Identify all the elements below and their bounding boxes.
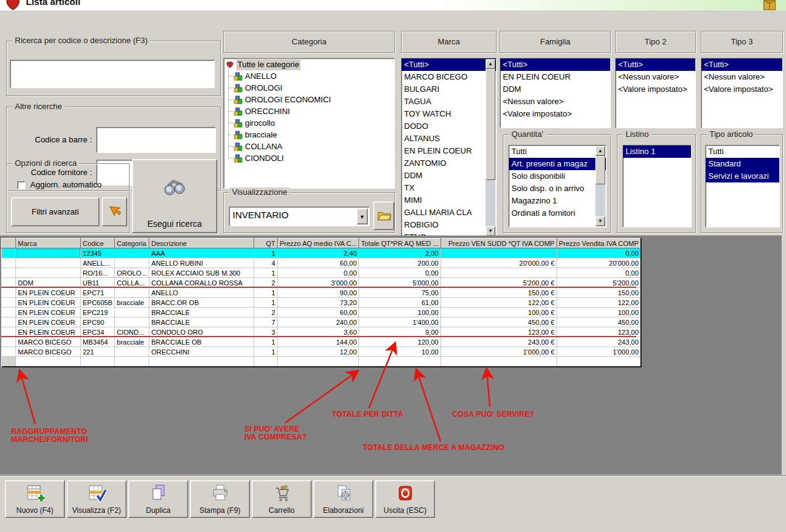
list-item[interactable]: Solo disponibili <box>509 170 606 182</box>
table-cell[interactable]: MARCO BICEGO <box>16 337 81 347</box>
table-cell[interactable]: 0,00 <box>556 248 641 258</box>
column-header[interactable]: Prezzo VEN SUDD *QT IVA COMP <box>441 239 556 248</box>
column-header[interactable]: Descrizione <box>149 239 254 248</box>
table-cell[interactable] <box>441 248 556 258</box>
table-cell[interactable]: 1'000,00 € <box>441 347 556 357</box>
table-cell[interactable]: 0,00 <box>278 268 359 278</box>
table-cell[interactable]: 90,00 <box>278 288 359 298</box>
list-item[interactable]: TOY WATCH <box>402 108 496 120</box>
table-cell[interactable]: BRACC.OR OB <box>149 298 254 308</box>
table-cell[interactable]: 1 <box>254 298 278 308</box>
scroll-thumb[interactable] <box>486 69 495 180</box>
table-cell[interactable]: 20'000,00 € <box>441 258 556 268</box>
table-cell[interactable]: 12345 <box>81 248 115 258</box>
list-item[interactable]: Magazzino 1 <box>509 195 606 207</box>
table-cell[interactable]: 10,00 <box>359 347 441 357</box>
list-item[interactable]: DODO <box>402 120 496 133</box>
list-item[interactable]: <Nessun valore> <box>701 71 782 83</box>
combo-dropdown-icon[interactable]: ▼ <box>357 208 368 224</box>
table-row[interactable]: MARCO BICEGOMB3454braccialeBRACCIALE OB1… <box>2 337 642 347</box>
categoria-tree-item[interactable]: ORECCHINI <box>224 105 394 117</box>
stampa-button[interactable]: Stampa (F9) <box>190 480 250 518</box>
table-cell[interactable]: 1 <box>254 347 278 357</box>
package-icon[interactable] <box>761 0 779 10</box>
table-cell[interactable]: 7 <box>254 317 278 327</box>
list-item[interactable]: GALLI MARIA CLA <box>402 207 496 219</box>
column-header[interactable]: Marca <box>16 239 81 248</box>
column-header[interactable]: QT <box>254 239 278 248</box>
table-cell[interactable] <box>16 248 81 258</box>
list-item[interactable]: EN PLEIN COEUR <box>402 145 496 157</box>
table-cell[interactable]: 144,00 <box>278 337 359 347</box>
table-cell[interactable]: 150,00 <box>556 288 641 298</box>
row-selector[interactable] <box>2 317 16 327</box>
marca-scrollbar[interactable]: ▲ ▼ <box>486 59 495 236</box>
table-cell[interactable]: EPC605B <box>81 298 115 308</box>
table-cell[interactable]: 20'000,00 <box>556 258 641 268</box>
carrello-button[interactable]: Carrello <box>252 480 312 518</box>
list-item[interactable]: Ordinati a fornitori <box>509 207 606 219</box>
list-item[interactable]: DDM <box>500 83 610 96</box>
table-cell[interactable]: ORECCHINI <box>149 347 254 357</box>
quantita-scrollbar[interactable]: ▲ ▼ <box>595 146 605 226</box>
list-item[interactable]: ROBIGIO <box>402 219 496 231</box>
table-cell[interactable]: 61,00 <box>359 298 441 308</box>
table-row[interactable]: EN PLEIN COEUREPC90BRACCIALE7240,001'400… <box>2 317 642 327</box>
table-cell[interactable]: 243,00 <box>556 337 641 347</box>
table-cell[interactable]: EN PLEIN COEUR <box>16 317 81 327</box>
row-selector[interactable] <box>2 337 16 347</box>
advanced-filters-button[interactable]: Filtri avanzati <box>11 197 99 226</box>
categoria-tree-item[interactable]: bracciale <box>224 129 394 141</box>
list-item[interactable]: <Tutti> <box>701 59 782 71</box>
table-cell[interactable]: 75,00 <box>359 288 441 298</box>
advanced-filters-arrow-button[interactable] <box>102 197 127 226</box>
table-cell[interactable]: 0,00 <box>359 268 441 278</box>
table-cell[interactable]: 4 <box>254 258 278 268</box>
table-cell[interactable]: MB3454 <box>81 337 115 347</box>
table-row[interactable]: RO/16...OROLO...ROLEX ACCIAIO SUB M.3001… <box>2 268 642 278</box>
categoria-tree-root[interactable]: Tutte le categorie <box>224 59 394 70</box>
column-header[interactable]: Prezzo Vendita IVA COMP <box>556 239 641 248</box>
row-selector[interactable] <box>2 268 16 278</box>
list-item[interactable]: <Tutti> <box>616 59 695 71</box>
uscita-button[interactable]: Uscita (ESC) <box>375 480 435 518</box>
table-cell[interactable]: 12,00 <box>278 347 359 357</box>
table-cell[interactable]: 122,00 € <box>441 298 556 308</box>
scroll-down-icon[interactable]: ▼ <box>486 226 495 236</box>
table-cell[interactable] <box>115 308 149 317</box>
table-cell[interactable] <box>16 268 81 278</box>
table-cell[interactable] <box>115 317 149 327</box>
table-cell[interactable]: EN PLEIN COEUR <box>16 308 81 317</box>
list-item[interactable]: Tutti <box>509 145 606 158</box>
table-cell[interactable] <box>441 268 556 278</box>
table-cell[interactable]: EPC219 <box>81 308 115 317</box>
visualizzazione-combobox[interactable]: INVENTARIO ▼ <box>229 207 370 226</box>
table-cell[interactable]: ANELLO RUBINI <box>149 258 254 268</box>
row-selector[interactable] <box>2 248 16 258</box>
table-cell[interactable]: 1'400,00 <box>359 317 441 327</box>
row-selector[interactable] <box>2 347 16 357</box>
auto-update-checkbox[interactable] <box>17 181 25 189</box>
table-cell[interactable]: 1 <box>254 248 278 258</box>
table-cell[interactable]: 450,00 <box>556 317 641 327</box>
column-header[interactable]: Totale QT*PR AQ MED ... <box>359 239 441 248</box>
table-row[interactable] <box>2 357 642 367</box>
code-search-input[interactable] <box>10 60 215 88</box>
table-cell[interactable] <box>16 258 81 268</box>
list-item[interactable]: Art. presenti a magaz <box>509 158 606 170</box>
table-cell[interactable]: AAA <box>149 248 254 258</box>
scroll-up-icon[interactable]: ▲ <box>486 59 495 69</box>
table-cell[interactable]: 60,00 <box>278 308 359 317</box>
list-item[interactable]: <Nessun valore> <box>616 71 695 83</box>
table-cell[interactable]: ANELL... <box>81 258 115 268</box>
table-cell[interactable]: 200,00 <box>359 258 441 268</box>
column-header[interactable]: Codice <box>81 239 115 248</box>
column-header[interactable]: Prezzo AQ medio IVA C... <box>278 239 359 248</box>
scroll-down-icon[interactable]: ▼ <box>595 216 605 226</box>
table-cell[interactable]: BRACCIALE OB <box>149 337 254 347</box>
row-selector[interactable] <box>2 288 16 298</box>
scroll-thumb[interactable] <box>595 156 605 184</box>
list-item[interactable]: BULGARI <box>402 83 496 96</box>
table-cell[interactable]: 243,00 € <box>441 337 556 347</box>
table-cell[interactable]: 1 <box>254 288 278 298</box>
